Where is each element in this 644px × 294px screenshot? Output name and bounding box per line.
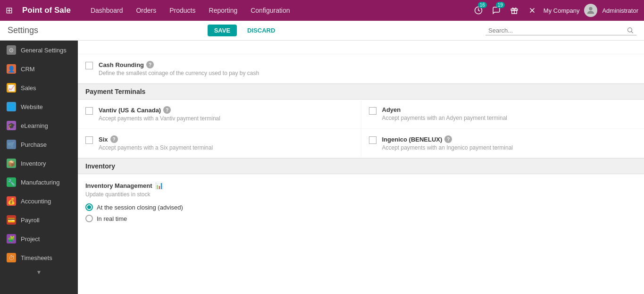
main-layout: ⚙ General Settings 👤 CRM 📈 Sales 🌐 Websi… [0,41,644,294]
payment-terminals-section-header: Payment Terminals [78,84,644,100]
cash-rounding-desc: Define the smallest coinage of the curre… [99,70,259,76]
nav-products[interactable]: Products [164,5,201,16]
cash-rounding-label: Cash Rounding ? [99,61,259,68]
terminal-row-2: Six ? Accept payments with a Six payment… [78,129,644,158]
adyen-setting: Adyen Accept payments with an Adyen paym… [361,100,644,128]
sidebar-label-crm: CRM [21,66,35,73]
spreadsheet-icon: 📊 [155,182,163,189]
save-button[interactable]: SAVE [208,25,237,36]
app-title: Point of Sale [22,6,71,15]
sidebar-item-crm[interactable]: 👤 CRM [0,59,78,78]
sidebar-item-project[interactable]: 🧩 Project [0,229,78,248]
sidebar-item-timesheets[interactable]: ⏱ Timesheets [0,248,78,267]
sidebar-label-manufacturing: Manufacturing [21,179,59,186]
ingenico-label: Ingenico (BENELUX) ? [382,135,513,143]
six-setting: Six ? Accept payments with a Six payment… [78,129,361,158]
discard-button[interactable]: DISCARD [243,25,280,36]
manufacturing-icon: 🔧 [7,177,16,187]
partial-row [78,41,644,54]
vantiv-desc: Accept payments with a Vantiv payment te… [99,115,220,122]
sidebar-item-payroll[interactable]: 💳 Payroll [0,210,78,229]
apps-grid-icon[interactable]: ⊞ [6,5,13,16]
sidebar: ⚙ General Settings 👤 CRM 📈 Sales 🌐 Websi… [0,41,78,294]
sidebar-label-purchase: Purchase [21,141,47,148]
six-help-icon[interactable]: ? [110,135,118,143]
general-settings-icon: ⚙ [7,45,16,55]
cash-rounding-checkbox[interactable] [85,62,93,69]
inventory-radio-group: At the session closing (advised) In real… [85,203,636,222]
six-info: Six ? Accept payments with a Six payment… [99,135,213,151]
vantiv-label: Vantiv (US & Canada) ? [99,106,220,114]
crm-icon: 👤 [7,64,16,74]
adyen-checkbox[interactable] [369,107,376,115]
adyen-info: Adyen Accept payments with an Adyen paym… [382,106,507,121]
vantiv-checkbox[interactable] [85,107,93,115]
company-name: My Company [544,7,580,14]
cash-rounding-info: Cash Rounding ? Define the smallest coin… [99,61,259,76]
vantiv-info: Vantiv (US & Canada) ? Accept payments w… [99,106,220,122]
nav-links: Dashboard Orders Products Reporting Conf… [85,5,462,16]
svg-point-4 [627,28,632,32]
activity-icon[interactable]: 16 [472,4,485,17]
adyen-desc: Accept payments with an Adyen payment te… [382,115,507,121]
search-bar [485,25,636,35]
radio-real-time-circle [85,215,93,222]
purchase-icon: 🛒 [7,140,16,149]
six-checkbox[interactable] [85,136,93,144]
sidebar-item-website[interactable]: 🌐 Website [0,97,78,116]
sidebar-item-purchase[interactable]: 🛒 Purchase [0,135,78,154]
topnav-right: 16 19 My Company Administrator [472,4,638,17]
sidebar-item-manufacturing[interactable]: 🔧 Manufacturing [0,173,78,192]
sidebar-label-elearning: eLearning [21,122,48,129]
nav-reporting[interactable]: Reporting [203,5,243,16]
adyen-label: Adyen [382,106,507,113]
website-icon: 🌐 [7,102,16,111]
radio-session-closing[interactable]: At the session closing (advised) [85,203,636,211]
sidebar-item-inventory[interactable]: 📦 Inventory [0,154,78,173]
messages-badge: 19 [496,2,505,8]
page-title: Settings [8,25,202,35]
radio-real-time[interactable]: In real time [85,215,636,222]
cash-rounding-help-icon[interactable]: ? [146,61,154,68]
ingenico-checkbox[interactable] [369,136,376,144]
elearning-icon: 🎓 [7,121,16,130]
timesheets-icon: ⏱ [7,253,16,262]
username: Administrator [602,7,638,14]
ingenico-help-icon[interactable]: ? [444,135,452,143]
sidebar-label-general-settings: General Settings [21,47,67,54]
radio-real-time-label: In real time [97,215,127,222]
messages-icon[interactable]: 19 [490,4,503,17]
nav-dashboard[interactable]: Dashboard [85,5,129,16]
inventory-management-desc: Update quantities in stock [85,191,636,198]
search-input[interactable] [488,27,627,34]
svg-point-3 [589,7,593,10]
sidebar-label-inventory: Inventory [21,160,46,167]
radio-session-closing-label: At the session closing (advised) [97,204,183,211]
close-icon[interactable] [526,4,539,17]
ingenico-info: Ingenico (BENELUX) ? Accept payments wit… [382,135,513,151]
user-avatar[interactable] [584,4,597,17]
sidebar-item-elearning[interactable]: 🎓 eLearning [0,116,78,135]
sidebar-item-accounting[interactable]: 💰 Accounting [0,192,78,210]
nav-orders[interactable]: Orders [130,5,162,16]
vantiv-help-icon[interactable]: ? [163,106,171,114]
inventory-section-header: Inventory [78,158,644,174]
vantiv-setting: Vantiv (US & Canada) ? Accept payments w… [78,100,361,128]
six-label: Six ? [99,135,213,143]
inventory-icon: 📦 [7,159,16,168]
terminal-row-1: Vantiv (US & Canada) ? Accept payments w… [78,100,644,129]
sidebar-scroll-down[interactable]: ▼ [0,267,78,277]
radio-session-closing-circle [85,203,93,211]
sidebar-label-payroll: Payroll [21,217,40,224]
sidebar-item-sales[interactable]: 📈 Sales [0,78,78,97]
sales-icon: 📈 [7,83,16,92]
inventory-settings: Inventory Management 📊 Update quantities… [78,174,644,230]
payroll-icon: 💳 [7,215,16,225]
inventory-management-label: Inventory Management 📊 [85,182,636,189]
sidebar-label-sales: Sales [21,84,36,92]
ingenico-desc: Accept payments with an Ingenico payment… [382,144,513,151]
sidebar-item-general-settings[interactable]: ⚙ General Settings [0,41,78,59]
gift-icon[interactable] [508,4,521,17]
nav-configuration[interactable]: Configuration [245,5,295,16]
cash-rounding-row: Cash Rounding ? Define the smallest coin… [78,54,644,84]
